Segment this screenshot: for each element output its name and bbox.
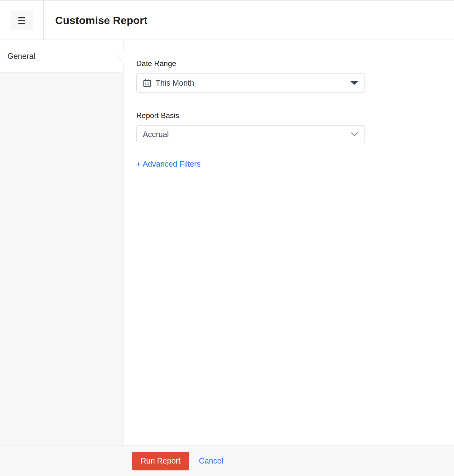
calendar-icon [143,79,152,87]
date-range-label: Date Range [136,59,454,68]
chevron-down-icon [351,132,358,136]
advanced-filters-link[interactable]: + Advanced Filters [136,159,200,169]
main-panel: Date Range This Month [123,40,454,445]
footer-bar: Run Report Cancel [0,445,454,476]
report-basis-select[interactable]: Accrual [136,125,365,143]
report-basis-label: Report Basis [136,111,454,120]
header-menu-area [0,1,44,40]
content-area: General Date Range This Month [0,40,454,445]
header: Customise Report [0,1,454,40]
sidebar: General [0,40,123,445]
cancel-link[interactable]: Cancel [199,456,223,465]
date-range-value: This Month [156,79,194,88]
sidebar-item-general[interactable]: General [0,40,123,73]
run-report-button[interactable]: Run Report [132,452,189,470]
hamburger-menu-button[interactable] [11,11,33,30]
hamburger-menu-icon [18,17,25,24]
report-basis-value: Accrual [143,130,169,139]
page-title: Customise Report [44,1,147,40]
caret-down-icon [350,81,358,85]
sidebar-item-label: General [7,52,35,61]
date-range-select[interactable]: This Month [136,73,365,93]
